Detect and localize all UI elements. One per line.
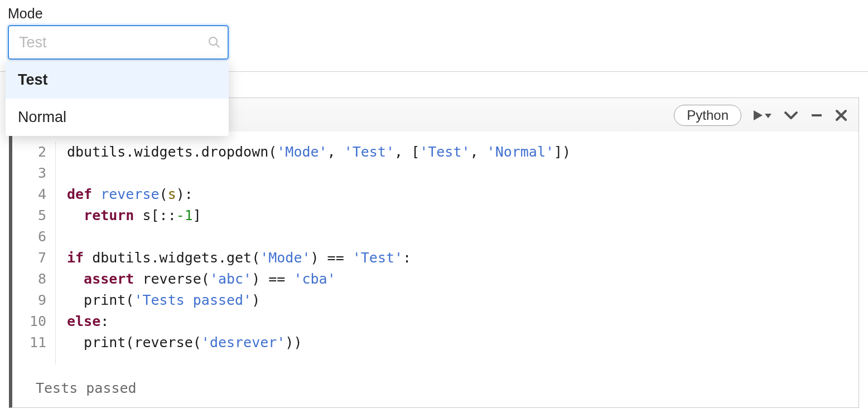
search-icon bbox=[208, 36, 221, 49]
dropdown-option-test[interactable]: Test bbox=[6, 61, 229, 99]
svg-line-1 bbox=[216, 44, 219, 47]
line-number: 8 bbox=[12, 269, 46, 290]
code-line: return s[::-1] bbox=[67, 205, 571, 226]
code-line: def reverse(s): bbox=[67, 184, 571, 205]
svg-marker-2 bbox=[754, 110, 763, 120]
svg-point-0 bbox=[209, 37, 217, 45]
close-icon[interactable] bbox=[835, 109, 847, 121]
line-gutter: 2 3 4 5 6 7 8 9 10 11 bbox=[12, 142, 56, 364]
mode-combobox[interactable] bbox=[8, 25, 229, 60]
mode-input[interactable] bbox=[19, 34, 208, 51]
line-number: 7 bbox=[12, 247, 46, 269]
code-line bbox=[67, 226, 571, 247]
code-editor[interactable]: dbutils.widgets.dropdown('Mode', 'Test',… bbox=[56, 142, 571, 364]
cell-output: Tests passed bbox=[12, 364, 859, 396]
chevron-down-icon[interactable] bbox=[784, 109, 798, 121]
code-line: print(reverse('desrever')) bbox=[67, 332, 571, 353]
code-line: assert reverse('abc') == 'cba' bbox=[67, 269, 571, 290]
line-number: 3 bbox=[12, 163, 46, 184]
widget-label: Mode bbox=[8, 6, 860, 22]
notebook-cell: Python 2 3 4 5 bbox=[9, 98, 859, 408]
line-number: 11 bbox=[12, 332, 46, 353]
code-line bbox=[67, 163, 571, 184]
code-line: print('Tests passed') bbox=[67, 290, 571, 311]
line-number: 2 bbox=[12, 142, 46, 163]
line-number: 4 bbox=[12, 184, 46, 205]
dropdown-option-normal[interactable]: Normal bbox=[6, 99, 229, 136]
language-selector[interactable]: Python bbox=[674, 105, 741, 126]
run-icon[interactable] bbox=[754, 109, 771, 121]
svg-marker-3 bbox=[765, 114, 771, 118]
svg-rect-4 bbox=[812, 114, 822, 116]
cell-toolbar: Python bbox=[674, 105, 847, 126]
line-number: 5 bbox=[12, 205, 46, 226]
code-line: else: bbox=[67, 311, 571, 332]
line-number: 9 bbox=[12, 290, 46, 311]
code-line: dbutils.widgets.dropdown('Mode', 'Test',… bbox=[67, 142, 571, 163]
mode-dropdown: Test Normal bbox=[6, 61, 229, 136]
minimize-icon[interactable] bbox=[811, 109, 823, 121]
line-number: 6 bbox=[12, 226, 46, 247]
code-line: if dbutils.widgets.get('Mode') == 'Test'… bbox=[67, 247, 571, 269]
line-number: 10 bbox=[12, 311, 46, 332]
